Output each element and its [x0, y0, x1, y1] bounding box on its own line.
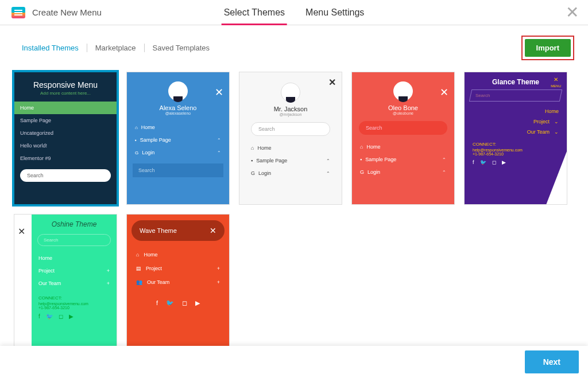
- avatar-icon: [168, 81, 188, 101]
- header-title: Create New Menu: [32, 7, 102, 17]
- menu-item: Uncategorized: [14, 127, 117, 139]
- user-name: Alexa Seleno: [127, 104, 229, 111]
- users-icon: 👥: [136, 279, 142, 285]
- subheader: Installed Themes Marketplace Saved Templ…: [0, 25, 588, 72]
- chevron-down-icon: ⌄: [554, 119, 559, 124]
- g-icon: G: [360, 169, 364, 175]
- theme-alexa[interactable]: ✕ Alexa Seleno @alexaseleno ⌂Home ▪Sampl…: [126, 72, 230, 205]
- next-button[interactable]: Next: [525, 350, 579, 373]
- menu-item: ▪Sample Page⌃: [127, 134, 229, 146]
- menu-item: Home: [32, 252, 117, 264]
- theme-glance[interactable]: ✕MENU Glance Theme Search Home Project⌄ …: [464, 72, 567, 205]
- top-tabs: Select Themes Menu Settings: [222, 0, 367, 25]
- menu-item: ⌂Home: [127, 248, 229, 262]
- user-handle: @oleobone: [352, 111, 454, 115]
- theme-jackson[interactable]: ✕ Mr. Jackson @mrjackson Search ⌂Home ▪S…: [239, 72, 342, 205]
- chevron-down-icon: ⌄: [554, 129, 559, 135]
- youtube-icon: ▶: [69, 313, 74, 319]
- user-name: Mr. Jackson: [239, 106, 342, 112]
- header: Create New Menu Select Themes Menu Setti…: [0, 0, 588, 25]
- contact-phone: +1-987-654-3210: [465, 152, 567, 156]
- close-icon[interactable]: ✕: [566, 3, 579, 22]
- plus-icon: +: [217, 279, 220, 285]
- search-box: Search: [469, 89, 562, 102]
- twitter-icon: 🐦: [166, 299, 174, 307]
- youtube-icon: ▶: [502, 159, 506, 165]
- contact-phone: +1-987-654-3210: [32, 306, 117, 310]
- home-icon: ⌂: [360, 144, 363, 150]
- card-title: Oshine Theme: [32, 215, 117, 232]
- menu-item: ▤Project+: [127, 262, 229, 275]
- instagram-icon: ◻: [182, 299, 187, 307]
- theme-grid: Responsive Menu Add more content here...…: [0, 72, 588, 378]
- connect-label: CONNECT:: [465, 137, 567, 148]
- home-icon: ⌂: [251, 145, 254, 151]
- menu-item: ⌂Home: [352, 141, 454, 153]
- import-highlight: Import: [521, 36, 574, 60]
- plus-icon: +: [107, 268, 110, 274]
- menu-item: Hello world!: [14, 139, 117, 152]
- close-icon: ✕: [14, 224, 29, 239]
- menu-item: GLogin⌃: [352, 166, 454, 178]
- instagram-icon: ◻: [492, 159, 496, 165]
- menu-item: Project⌄: [465, 116, 567, 127]
- footer: Next: [0, 346, 588, 378]
- close-icon: ✕: [440, 86, 448, 99]
- menu-item: Our Team+: [32, 277, 117, 290]
- folder-icon: ▪: [251, 158, 253, 163]
- home-icon: ⌂: [136, 252, 139, 258]
- chevron-up-icon: ⌃: [326, 158, 330, 163]
- facebook-icon: f: [473, 159, 474, 165]
- user-handle: @alexaseleno: [127, 111, 229, 115]
- facebook-icon: f: [156, 299, 158, 307]
- chevron-up-icon: ⌃: [217, 138, 221, 143]
- chevron-up-icon: ⌃: [442, 170, 446, 175]
- tab-select-themes[interactable]: Select Themes: [222, 0, 287, 25]
- social-icons: f🐦◻▶: [32, 310, 117, 323]
- menu-item: 👥Our Team+: [127, 275, 229, 289]
- theme-oleo[interactable]: ✕ Oleo Bone @oleobone Search ⌂Home ▪Samp…: [351, 72, 455, 205]
- tab-menu-settings[interactable]: Menu Settings: [303, 0, 366, 25]
- subnav-installed[interactable]: Installed Themes: [14, 44, 87, 52]
- menu-item: Our Team⌄: [465, 127, 567, 137]
- menu-item: ⌂Home: [239, 142, 342, 154]
- menu-item: Home: [465, 106, 567, 116]
- close-icon: ✕: [328, 77, 336, 88]
- theme-oshine[interactable]: ✕ Oshine Theme Search Home Project+ Our …: [14, 214, 117, 347]
- g-icon: G: [251, 170, 255, 176]
- plus-icon: +: [217, 266, 220, 271]
- subnav-marketplace[interactable]: Marketplace: [87, 44, 145, 52]
- search-box: Search: [37, 234, 111, 246]
- plus-icon: +: [107, 280, 110, 286]
- g-icon: G: [135, 150, 138, 155]
- user-name: Oleo Bone: [352, 104, 454, 111]
- card-title: Responsive Menu: [14, 72, 117, 91]
- avatar-icon: [393, 81, 413, 101]
- menu-item: Sample Page: [14, 114, 117, 127]
- card-title: Wave Theme: [140, 227, 177, 234]
- chevron-up-icon: ⌃: [442, 157, 446, 162]
- menu-item: Elementor #9: [14, 152, 117, 165]
- subnav-saved[interactable]: Saved Templates: [145, 44, 218, 52]
- instagram-icon: ◻: [59, 313, 63, 319]
- menu-item: GLogin⌃: [127, 146, 229, 159]
- menu-item: ⌂Home: [127, 121, 229, 134]
- home-icon: ⌂: [135, 125, 138, 130]
- menu-item: Project+: [32, 264, 117, 277]
- menu-item: Home: [14, 102, 117, 114]
- youtube-icon: ▶: [195, 299, 200, 307]
- subnav: Installed Themes Marketplace Saved Templ…: [14, 44, 218, 52]
- user-handle: @mrjackson: [239, 112, 342, 116]
- import-button[interactable]: Import: [525, 39, 571, 57]
- close-icon: ✕: [210, 226, 216, 235]
- chevron-up-icon: ⌃: [217, 150, 221, 155]
- card-subtitle: Add more content here...: [14, 91, 117, 102]
- menu-item: ▪Sample Page⌃: [352, 153, 454, 166]
- theme-wave[interactable]: Wave Theme ✕ ⌂Home ▤Project+ 👥Our Team+ …: [126, 214, 230, 347]
- menu-item: GLogin⌃: [239, 167, 342, 180]
- social-icons: f🐦◻▶: [127, 289, 229, 317]
- theme-responsive[interactable]: Responsive Menu Add more content here...…: [14, 72, 117, 205]
- connect-label: CONNECT:: [32, 290, 117, 302]
- search-pill: Search: [20, 169, 111, 182]
- logo-icon: [11, 7, 25, 18]
